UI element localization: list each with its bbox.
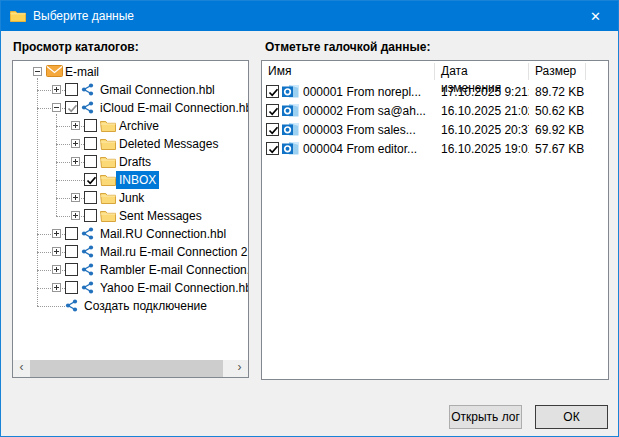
expand-icon[interactable] [52,247,61,256]
open-log-button[interactable]: Открыть лог [449,405,522,429]
tree-connector-line [56,114,57,216]
expand-icon[interactable] [52,229,61,238]
tree-item-label[interactable]: Archive [119,117,159,135]
list-item[interactable]: 000004 From editor...16.10.2025 19:01:..… [262,139,608,158]
expand-icon[interactable] [71,193,80,202]
message-list: Имя Дата изменения Размер 000001 From no… [261,60,609,380]
message-size: 69.92 KB [529,123,586,137]
folder-icon [100,209,116,222]
tree-item-label[interactable]: iCloud E-mail Connection.hbl [100,99,249,117]
tree-connector-line [37,306,65,307]
tree-checkbox[interactable] [84,173,97,186]
tree-checkbox[interactable] [65,263,78,276]
column-header-size[interactable]: Размер [529,63,586,80]
folder-icon [100,119,116,132]
list-header: Имя Дата изменения Размер [262,61,608,82]
message-name: 000002 From sa@ah... [303,104,426,118]
folder-icon [10,10,26,22]
share-icon [81,83,94,96]
share-icon [65,299,78,312]
message-size: 89.72 KB [529,85,586,99]
select-data-dialog: Выберите данные ✕ Просмотр каталогов: От… [0,0,619,437]
collapse-icon[interactable] [52,103,61,112]
horizontal-scrollbar[interactable]: ‹ › [13,360,248,377]
tree-item-label[interactable]: INBOX [116,171,159,189]
expand-icon[interactable] [71,211,80,220]
tree-checkbox[interactable] [84,155,97,168]
footer: Открыть лог ОК [449,405,608,429]
share-icon [81,263,94,276]
folder-icon [100,137,116,150]
folder-icon [100,191,116,204]
list-body: 000001 From norepl...17.10.2025 9:21:288… [262,82,608,158]
tree-checkbox[interactable] [84,119,97,132]
share-icon [81,245,94,258]
tree-connector-line [56,180,84,181]
column-header-name[interactable]: Имя [262,63,435,80]
message-size: 50.62 KB [529,104,586,118]
tree-section-label: Просмотр каталогов: [13,40,139,54]
expand-icon[interactable] [71,139,80,148]
scroll-right-icon[interactable]: › [231,360,248,377]
message-date: 16.10.2025 21:02:... [435,104,529,118]
list-item-name-cell: 000003 From sales... [262,122,435,137]
tree-item-label[interactable]: Yahoo E-mail Connection.hbl [100,279,249,297]
message-name: 000004 From editor... [303,142,417,156]
tree-checkbox[interactable] [84,191,97,204]
tree-item-label[interactable]: E-mail [65,63,99,81]
share-icon [81,227,94,240]
list-checkbox[interactable] [266,142,279,155]
message-name: 000003 From sales... [303,123,416,137]
tree-checkbox[interactable] [65,101,78,114]
list-item[interactable]: 000001 From norepl...17.10.2025 9:21:288… [262,82,608,101]
outlook-icon [282,84,299,99]
tree-item-label[interactable]: Deleted Messages [119,135,218,153]
tree-item-label[interactable]: Drafts [119,153,151,171]
mail-icon [46,65,63,77]
expand-icon[interactable] [71,121,80,130]
tree-item-label[interactable]: Mail.ru E-mail Connection 2.h [100,243,249,261]
expand-icon[interactable] [52,265,61,274]
window-title: Выберите данные [33,9,134,23]
ok-button[interactable]: ОК [535,405,608,429]
folder-tree: ‹ › E-mailGmail Connection.hbliCloud E-m… [12,60,249,378]
scrollbar-thumb[interactable] [30,360,223,377]
list-checkbox[interactable] [266,104,279,117]
message-name: 000001 From norepl... [303,85,421,99]
tree-item-label[interactable]: Junk [119,189,144,207]
tree-checkbox[interactable] [65,227,78,240]
folder-icon [100,155,116,168]
tree-checkbox[interactable] [65,245,78,258]
tree-checkbox[interactable] [84,209,97,222]
message-size: 57.67 KB [529,142,586,156]
expand-icon[interactable] [52,283,61,292]
tree-checkbox[interactable] [84,137,97,150]
tree-connector-line [37,78,38,306]
outlook-icon [282,141,299,156]
tree-checkbox[interactable] [65,83,78,96]
list-checkbox[interactable] [266,85,279,98]
tree-item-label[interactable]: Gmail Connection.hbl [100,81,215,99]
list-checkbox[interactable] [266,123,279,136]
list-section-label: Отметьте галочкой данные: [265,40,430,54]
tree-item-label[interactable]: Mail.RU Connection.hbl [100,225,226,243]
expand-icon[interactable] [52,85,61,94]
folder-icon [100,173,116,186]
close-button[interactable]: ✕ [573,1,618,31]
outlook-icon [282,103,299,118]
share-icon [81,101,94,114]
expand-icon[interactable] [71,157,80,166]
tree-checkbox[interactable] [65,281,78,294]
list-item[interactable]: 000003 From sales...16.10.2025 20:37:...… [262,120,608,139]
column-header-date[interactable]: Дата изменения [435,63,529,80]
outlook-icon [282,122,299,137]
scroll-left-icon[interactable]: ‹ [13,360,30,377]
collapse-icon[interactable] [33,67,42,76]
tree-item-label[interactable]: Создать подключение [84,297,207,315]
tree-item-label[interactable]: Sent Messages [119,207,202,225]
share-icon [81,281,94,294]
titlebar: Выберите данные ✕ [1,1,618,31]
list-item-name-cell: 000002 From sa@ah... [262,103,435,118]
list-item[interactable]: 000002 From sa@ah...16.10.2025 21:02:...… [262,101,608,120]
tree-item-label[interactable]: Rambler E-mail Connection.hl [100,261,249,279]
